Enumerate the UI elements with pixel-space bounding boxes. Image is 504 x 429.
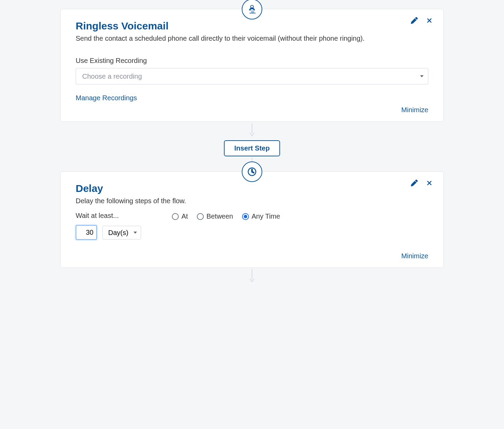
radio-label: Any Time: [252, 212, 280, 220]
card-description: Delay the following steps of the flow.: [76, 197, 428, 205]
recording-field-label: Use Existing Recording: [76, 57, 428, 65]
radio-at[interactable]: At: [172, 212, 188, 220]
manage-recordings-link[interactable]: Manage Recordings: [76, 94, 137, 102]
card-title: Ringless Voicemail: [76, 20, 428, 32]
minimize-link[interactable]: Minimize: [401, 252, 428, 260]
card-title: Delay: [76, 183, 428, 194]
radio-label: At: [181, 212, 188, 220]
delay-card: Delay Delay the following steps of the f…: [60, 171, 444, 268]
card-description: Send the contact a scheduled phone call …: [76, 35, 428, 42]
minimize-link[interactable]: Minimize: [401, 106, 428, 114]
radio-circle-icon: [172, 213, 179, 220]
recording-select-wrap: Choose a recording: [76, 68, 428, 84]
arrow-down-icon: [248, 269, 256, 285]
arrow-down-icon: [248, 123, 256, 139]
ringless-voicemail-card: Ringless Voicemail Send the contact a sc…: [60, 9, 444, 122]
wait-label: Wait at least...: [76, 212, 141, 220]
voicemail-spy-icon: [242, 0, 262, 20]
wait-unit-select[interactable]: Day(s): [102, 226, 141, 239]
radio-between[interactable]: Between: [197, 212, 233, 220]
clock-icon: [242, 161, 262, 182]
radio-any-time[interactable]: Any Time: [242, 212, 280, 220]
time-mode-radios: At Between Any Time: [172, 212, 280, 220]
insert-step-button[interactable]: Insert Step: [224, 140, 280, 156]
close-icon[interactable]: [426, 179, 433, 187]
recording-select[interactable]: Choose a recording: [76, 68, 428, 84]
edit-icon[interactable]: [411, 179, 418, 187]
wait-value-input[interactable]: [76, 225, 97, 240]
edit-icon[interactable]: [411, 17, 418, 24]
radio-circle-icon: [242, 213, 249, 220]
close-icon[interactable]: [426, 17, 433, 24]
radio-circle-icon: [197, 213, 204, 220]
radio-label: Between: [206, 212, 233, 220]
